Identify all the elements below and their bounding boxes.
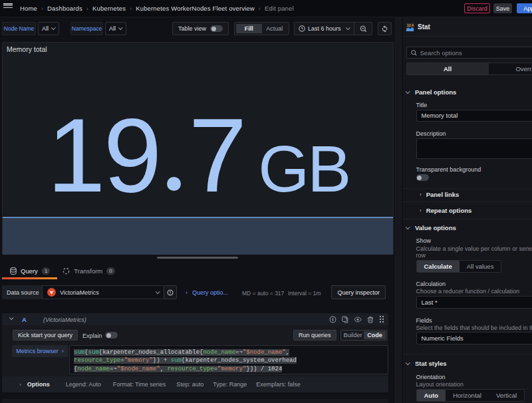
svg-text:12.4: 12.4 [407, 23, 414, 27]
